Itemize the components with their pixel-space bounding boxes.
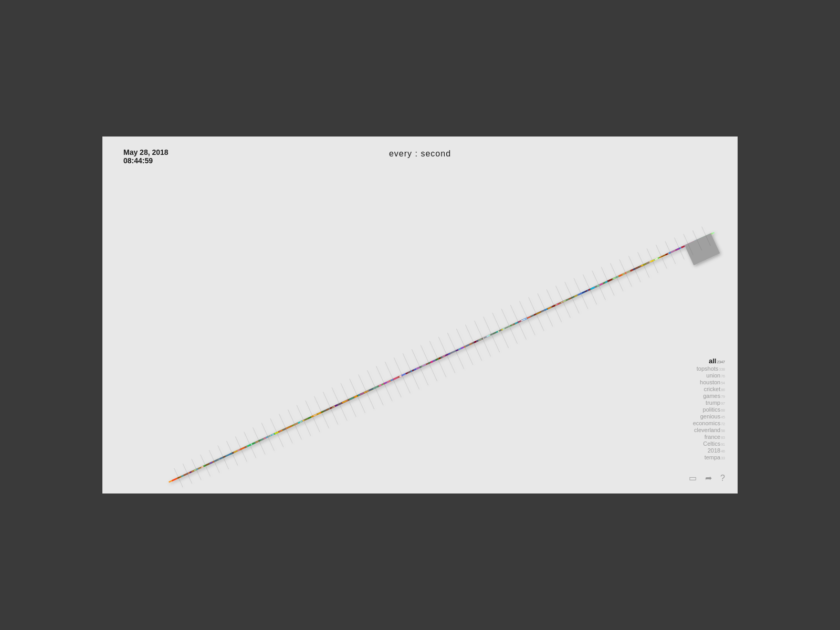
svg-line-322 [538,293,553,327]
tag-item[interactable]: tempa33 [705,454,725,460]
svg-line-286 [218,446,229,469]
tag-item[interactable]: Celtics91 [703,440,725,447]
tag-name: games [703,393,720,399]
svg-line-308 [412,349,428,385]
tag-item[interactable]: houston54 [700,379,725,385]
share-icon[interactable]: ➦ [705,473,712,483]
tag-item[interactable]: france83 [705,434,725,440]
page-title: every : second [389,149,451,159]
svg-line-326 [574,278,588,309]
tag-item[interactable]: games79 [703,393,725,399]
svg-line-282 [183,464,192,484]
tag-name: 2018 [708,447,720,454]
svg-line-330 [611,263,623,291]
svg-line-325 [565,282,579,313]
svg-line-288 [235,436,247,461]
svg-line-319 [510,305,526,340]
svg-line-296 [306,401,320,432]
svg-line-316 [484,317,500,352]
svg-line-334 [647,248,658,273]
svg-line-289 [244,432,256,458]
bottom-icons: ▭ ➦ ? [689,473,725,483]
tag-name: Celtics [703,440,720,447]
svg-line-291 [261,423,274,451]
tag-count: 91 [721,443,725,446]
help-icon[interactable]: ? [720,474,725,483]
svg-line-324 [555,286,570,318]
tag-name: trump [706,400,720,406]
main-window: May 28, 2018 08:44:59 every : second all… [102,136,738,494]
tag-item[interactable]: economics72 [693,420,725,426]
svg-line-305 [385,362,401,397]
svg-line-284 [201,455,211,477]
svg-line-290 [253,427,266,454]
svg-line-311 [438,337,455,373]
tag-item[interactable]: 201846 [708,447,725,454]
svg-line-304 [376,366,392,401]
tag-name: economics [693,420,721,426]
tag-name: genious [700,413,721,419]
svg-line-328 [592,271,606,300]
svg-line-314 [465,324,481,361]
svg-line-307 [403,353,419,390]
svg-line-283 [192,459,201,480]
tag-count: 72 [721,422,725,426]
svg-line-292 [270,418,284,447]
tag-count: 338 [719,368,725,371]
bookmark-icon[interactable]: ▭ [689,473,697,483]
svg-line-332 [628,256,640,282]
svg-line-287 [227,441,238,466]
svg-line-331 [620,259,632,286]
tag-count: 97 [721,402,725,405]
tag-item[interactable]: genious45 [700,413,725,419]
tag-count: 76 [721,374,725,378]
svg-line-303 [368,370,383,405]
image-stack [102,136,738,494]
tag-item[interactable]: cleverland58 [694,427,725,433]
tag-item[interactable]: union76 [706,372,725,379]
tag-item[interactable]: politics68 [703,406,725,413]
svg-line-335 [656,245,667,268]
tag-count: 79 [721,395,725,398]
svg-line-315 [475,321,491,356]
svg-line-318 [501,309,517,344]
tag-item[interactable]: all2347 [709,357,725,365]
svg-line-297 [314,396,329,428]
svg-rect-280 [685,233,720,265]
tag-name: france [705,434,721,440]
tag-item[interactable]: cricket86 [704,386,725,392]
tag-name: cricket [704,386,720,392]
tag-name: union [706,372,720,379]
tag-count: 86 [721,388,725,392]
svg-line-294 [288,410,301,439]
svg-line-298 [323,392,338,424]
svg-line-329 [601,267,614,296]
tag-name: tempa [705,454,721,460]
svg-line-317 [492,313,509,348]
tag-item[interactable]: trump97 [706,400,725,406]
tag-count: 33 [721,456,725,460]
tag-count: 46 [721,449,725,453]
tag-name: houston [700,379,720,385]
svg-line-293 [279,414,293,443]
svg-line-337 [674,238,684,260]
tag-count: 2347 [717,360,725,364]
date-label: May 28, 2018 [123,148,169,156]
tag-name: all [709,357,716,365]
svg-line-323 [547,289,561,322]
tag-count: 83 [721,436,725,439]
svg-line-306 [394,358,410,393]
svg-line-336 [665,242,676,264]
tag-count: 58 [721,429,725,433]
svg-line-302 [359,374,374,409]
datetime-display: May 28, 2018 08:44:59 [123,148,169,165]
tag-count: 54 [721,381,725,385]
svg-line-285 [209,450,219,472]
tag-count: 68 [721,408,725,412]
svg-line-310 [429,341,446,377]
tag-name: politics [703,406,721,413]
time-label: 08:44:59 [123,156,169,165]
tag-list: all2347topshots338union76houston54cricke… [693,357,725,460]
svg-line-295 [297,405,311,436]
tag-item[interactable]: topshots338 [697,365,725,372]
